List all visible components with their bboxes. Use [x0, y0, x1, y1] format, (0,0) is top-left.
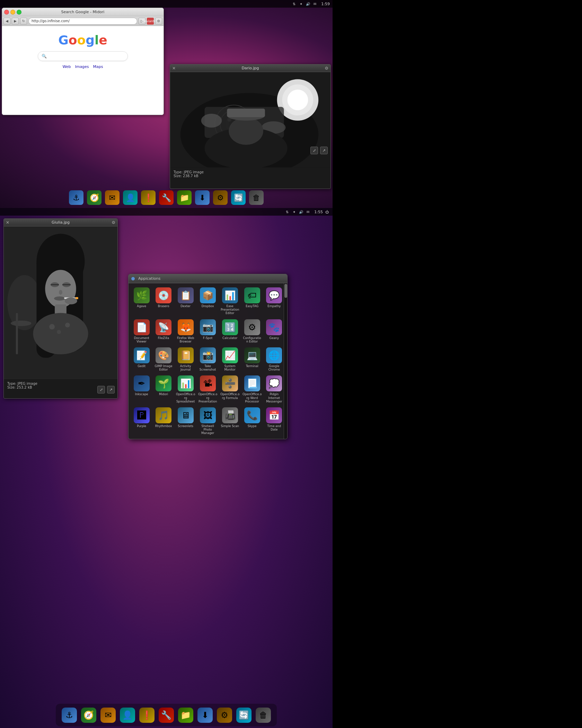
app-item-rhythmbox[interactable]: 🎵Rhythmbox	[153, 406, 174, 436]
giulia-expand-button[interactable]: ⤢	[97, 386, 105, 393]
dock-item-notification[interactable]: ❗	[140, 189, 157, 206]
dock-item-mail[interactable]: ✉	[104, 189, 121, 206]
expand-button[interactable]: ⤢	[310, 147, 318, 154]
app-label-openoffice.org-formula: OpenOffice.org Formula	[220, 392, 240, 399]
giulia-actions[interactable]: ⤢ ↗	[97, 386, 115, 393]
dock-item-settings[interactable]: ⚙	[212, 189, 229, 206]
dock-item-sync[interactable]: 🔄	[230, 189, 247, 206]
window-controls[interactable]	[4, 10, 21, 15]
svg-point-36	[49, 324, 55, 330]
giulia-share-button[interactable]: ↗	[107, 386, 115, 393]
bottom-dock-settings[interactable]: ⚙	[216, 707, 233, 724]
bookmark-btn[interactable]: DeviantArt	[147, 18, 154, 25]
gear-icon[interactable]: ⚙	[325, 66, 328, 71]
dock-item-contacts[interactable]: 👤	[122, 189, 139, 206]
bottom-dock-gps[interactable]: 🧭	[80, 707, 97, 724]
app-item-openoffice.org-presentation[interactable]: 📽OpenOffice.org Presentation	[197, 374, 218, 405]
share-button[interactable]: ↗	[320, 147, 328, 154]
app-item-pidgin-internet-messenger[interactable]: 💭Pidgin Internet Messenger	[264, 374, 284, 405]
bottom-dock-mail[interactable]: ✉	[99, 707, 117, 724]
bottom-contacts-icon: 👤	[120, 708, 135, 723]
bottom-dock-notification[interactable]: ❗	[138, 707, 156, 724]
scrollbar-thumb[interactable]	[284, 284, 287, 298]
maximize-button[interactable]	[17, 10, 21, 15]
bottom-dock-tools[interactable]: 🔧	[158, 707, 175, 724]
bottom-dock-download[interactable]: ⬇	[196, 707, 214, 724]
bottom-mail-icon: ✉	[100, 708, 116, 723]
back-button[interactable]: ◀	[3, 18, 10, 25]
minimize-button[interactable]	[10, 10, 15, 15]
top-taskbar: ⇅ ✦ 🔊 ✉ 1:59	[0, 0, 333, 8]
app-item-filezilla[interactable]: 📡FileZilla	[153, 318, 174, 345]
app-item-ease-presentation-editor[interactable]: 📊Ease Presentation Editor	[220, 286, 240, 317]
app-item-dropbox[interactable]: 📦Dropbox	[197, 286, 218, 317]
app-item-openoffice.org-word-processor[interactable]: 📃OpenOffice.org Word Processor	[242, 374, 263, 405]
app-label-openoffice.org-spreadsheet: OpenOffice.org Spreadsheet	[176, 392, 195, 403]
app-item-midori[interactable]: 🌱Midori	[153, 374, 174, 405]
giulia-gear-icon[interactable]: ⚙	[112, 220, 115, 225]
bottom-dock-trash[interactable]: 🗑	[255, 707, 272, 724]
scrollbar[interactable]	[284, 283, 287, 439]
url-bar[interactable]: http://go.infinise.com/	[28, 18, 137, 25]
photo-actions[interactable]: ⤢ ↗	[310, 147, 328, 154]
app-item-simple-scan[interactable]: 📠Simple Scan	[220, 406, 240, 436]
bottom-dock-files[interactable]: 📁	[177, 707, 194, 724]
app-item-terminal[interactable]: 💻Terminal	[242, 346, 263, 373]
app-label-geany: Geany	[270, 336, 279, 340]
app-item-purple[interactable]: 🅿Purple	[131, 406, 152, 436]
svg-point-15	[229, 117, 263, 145]
app-icon-geany: 🐾	[266, 319, 282, 335]
app-item-brasero[interactable]: 💿Brasero	[153, 286, 174, 317]
dock-item-files[interactable]: 📁	[176, 189, 193, 206]
dock-item-anchor[interactable]: ⚓	[68, 189, 85, 206]
app-item-google-chrome[interactable]: 🌐Google Chrome	[264, 346, 284, 373]
svg-point-29	[59, 290, 62, 295]
dock-item-gps[interactable]: 🧭	[86, 189, 103, 206]
app-item-calculator[interactable]: 🔢Calculator	[220, 318, 240, 345]
dock-item-tools[interactable]: 🔧	[158, 189, 175, 206]
close-icon[interactable]: ✕	[172, 66, 176, 71]
settings-button[interactable]: ⚙	[155, 18, 162, 25]
dock-item-trash[interactable]: 🗑	[248, 189, 265, 206]
app-icon-configuration-editor: ⚙	[244, 319, 260, 335]
maps-link[interactable]: Maps	[93, 64, 103, 69]
web-link[interactable]: Web	[62, 64, 71, 69]
app-item-time-and-date[interactable]: 📅Time and Date	[264, 406, 284, 436]
forward-button[interactable]: ▶	[12, 18, 19, 25]
app-item-openoffice.org-formula[interactable]: ➗OpenOffice.org Formula	[220, 374, 240, 405]
app-icon-pidgin-internet-messenger: 💭	[266, 375, 282, 391]
images-link[interactable]: Images	[75, 64, 89, 69]
bottom-dock-contacts[interactable]: 👤	[119, 707, 136, 724]
google-search-box[interactable]: 🔍	[38, 51, 128, 61]
app-item-gedit[interactable]: 📝Gedit	[131, 346, 152, 373]
app-item-geany[interactable]: 🐾Geany	[264, 318, 284, 345]
giulia-photo-svg	[4, 226, 117, 379]
refresh-button[interactable]: ↻	[20, 18, 27, 25]
app-icon-screenlets: 🖥	[178, 407, 194, 423]
app-item-take-screenshot[interactable]: 📸Take Screenshot	[197, 346, 218, 373]
app-item-inkscape[interactable]: ✒Inkscape	[131, 374, 152, 405]
app-item-system-monitor[interactable]: 📈System Monitor	[220, 346, 240, 373]
giulia-close-icon[interactable]: ✕	[6, 220, 9, 225]
app-item-dexter[interactable]: 📋Dexter	[175, 286, 196, 317]
app-item-document-viewer[interactable]: 📄Document Viewer	[131, 318, 152, 345]
app-item-screenlets[interactable]: 🖥Screenlets	[175, 406, 196, 436]
app-item-activity-journal[interactable]: 📔Activity Journal	[175, 346, 196, 373]
bottom-dock-sync[interactable]: 🔄	[235, 707, 253, 724]
taskbar-system-icons: ⇅ ✦ 🔊 ✉ 1:59	[291, 1, 330, 7]
close-button[interactable]	[4, 10, 9, 15]
app-item-skype[interactable]: 📞Skype	[242, 406, 263, 436]
app-item-configuration-editor[interactable]: ⚙Configuration Editor	[242, 318, 263, 345]
app-item-empathy[interactable]: 💬Empathy	[264, 286, 284, 317]
app-item-openoffice.org-spreadsheet[interactable]: 📊OpenOffice.org Spreadsheet	[175, 374, 196, 405]
bottom-dock-anchor[interactable]: ⚓	[61, 707, 78, 724]
power-icon[interactable]: ⏻	[324, 209, 330, 215]
app-item-shotwell-photo-manager[interactable]: 🖼Shotwell Photo Manager	[197, 406, 218, 436]
app-item-firefox-web-browser[interactable]: 🦊Firefox Web Browser	[175, 318, 196, 345]
volume-icon-b: 🔊	[298, 209, 304, 215]
app-item-gimp-image-editor[interactable]: 🎨GIMP Image Editor	[153, 346, 174, 373]
dock-item-download[interactable]: ⬇	[194, 189, 211, 206]
app-item-f-spot[interactable]: 📷F-Spot	[197, 318, 218, 345]
app-item-agave[interactable]: 🌿Agave	[131, 286, 152, 317]
app-item-easytag[interactable]: 🏷EasyTAG	[242, 286, 263, 317]
